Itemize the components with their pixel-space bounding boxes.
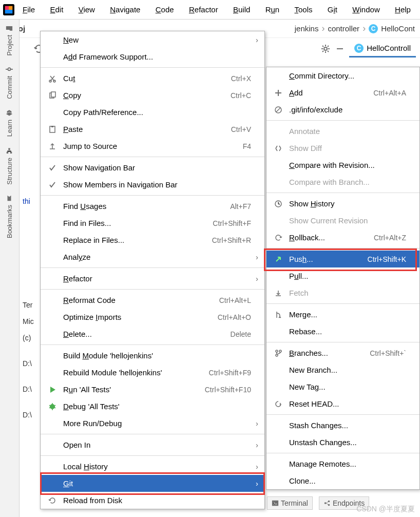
menu-item-manage-remotes[interactable]: Manage Remotes... [266, 455, 419, 472]
menu-item-add-framework-support[interactable]: Add Framework Support... [41, 48, 264, 65]
menu-tools[interactable]: Tools [291, 3, 317, 16]
menu-refactor[interactable]: Refactor [185, 3, 222, 16]
menu-item-shortcut: Ctrl+Shift+F9 [209, 369, 251, 377]
paste-icon [48, 125, 56, 133]
tool-tab-terminal[interactable]: Terminal [267, 496, 313, 510]
menu-item-unstash-changes[interactable]: Unstash Changes... [266, 434, 419, 451]
menu-item-local-history[interactable]: Local History› [41, 458, 264, 475]
tool-tab-learn[interactable]: Learn [4, 104, 15, 142]
menu-item-show-navigation-bar[interactable]: Show Navigation Bar [41, 159, 264, 176]
menu-item-label: Show Current Revision [289, 216, 406, 225]
menu-item-label: Manage Remotes... [289, 459, 406, 468]
menu-item-reset-head[interactable]: Reset HEAD... [266, 395, 419, 412]
breadcrumb-class[interactable]: HelloCont [381, 24, 415, 33]
reset-icon [274, 400, 282, 408]
menu-item-label: More Run/Debug [63, 419, 251, 428]
menu-item-label: Open In [63, 441, 251, 449]
menu-item-stash-changes[interactable]: Stash Changes... [266, 417, 419, 434]
menu-item-debug-all-tests[interactable]: Debug 'All Tests' [41, 398, 264, 415]
gear-icon[interactable] [320, 44, 331, 54]
menu-item-optimize-imports[interactable]: Optimize ImportsCtrl+Alt+O [41, 309, 264, 325]
menu-window[interactable]: Window [348, 3, 384, 16]
menu-item-analyze[interactable]: Analyze› [41, 248, 264, 265]
menu-item-label: Optimize Imports [63, 313, 214, 321]
menu-item-find-usages[interactable]: Find UsagesAlt+F7 [41, 198, 264, 215]
breadcrumb-pkg[interactable]: jenkins [295, 24, 319, 33]
menu-item-replace-in-files[interactable]: Replace in Files...Ctrl+Shift+R [41, 232, 264, 248]
menu-help[interactable]: Help [391, 3, 415, 16]
menu-item-pull[interactable]: Pull... [266, 267, 419, 284]
menu-navigate[interactable]: Navigate [106, 3, 144, 16]
menu-item-delete[interactable]: Delete...Delete [41, 325, 264, 342]
left-tool-strip: Project Commit Learn Structure Bookmarks [0, 20, 20, 517]
menu-item-shortcut: Ctrl+Shift+F [213, 219, 251, 227]
svg-rect-2 [10, 151, 12, 154]
menu-item-new-branch[interactable]: New Branch... [266, 361, 419, 378]
watermark: CSDN @半度夏夏 [356, 505, 415, 514]
menu-item-show-diff: Show Diff [266, 140, 419, 157]
menu-item-refactor[interactable]: Refactor› [41, 270, 264, 287]
menu-item-jump-to-source[interactable]: Jump to SourceF4 [41, 138, 264, 155]
editor-tab[interactable]: C HelloControll [349, 41, 416, 58]
menu-item-label: Add [289, 88, 369, 97]
menu-item-rollback[interactable]: Rollback...Ctrl+Alt+Z [266, 229, 419, 246]
menu-item-commit-directory[interactable]: Commit Directory... [266, 67, 419, 84]
menu-code[interactable]: Code [151, 3, 178, 16]
menu-edit[interactable]: Edit [46, 3, 68, 16]
menu-item-run-all-tests[interactable]: Run 'All Tests'Ctrl+Shift+F10 [41, 381, 264, 398]
menu-item-compare-with-revision[interactable]: Compare with Revision... [266, 157, 419, 174]
svg-point-19 [324, 502, 327, 504]
menu-item-copy-path-reference[interactable]: Copy Path/Reference... [41, 104, 264, 121]
menu-item-label: Reformat Code [63, 296, 215, 304]
menu-item-rebuild-module-hellojenkins[interactable]: Rebuild Module 'hellojenkins'Ctrl+Shift+… [41, 364, 264, 381]
menu-item-new-tag[interactable]: New Tag... [266, 378, 419, 395]
svg-point-20 [328, 501, 330, 503]
menu-item-merge[interactable]: Merge... [266, 306, 419, 323]
menu-item-open-in[interactable]: Open In› [41, 436, 264, 453]
editor-tab-label: HelloControll [367, 44, 411, 52]
menu-item-branches[interactable]: Branches...Ctrl+Shift+` [266, 344, 419, 361]
tool-tab-commit[interactable]: Commit [4, 61, 15, 104]
tool-tab-bookmarks[interactable]: Bookmarks [4, 189, 15, 243]
menu-item-show-history[interactable]: Show History [266, 195, 419, 212]
svg-point-1 [8, 68, 11, 71]
menu-build[interactable]: Build [229, 3, 254, 16]
menu-item-rebase[interactable]: Rebase... [266, 323, 419, 340]
menu-item-build-module-hellojenkins[interactable]: Build Module 'hellojenkins' [41, 347, 264, 364]
menu-run[interactable]: Run [261, 3, 284, 16]
menu-item-more-run-debug[interactable]: More Run/Debug› [41, 415, 264, 432]
menu-item-shortcut: Delete [231, 330, 251, 338]
menu-item-label: Fetch [289, 289, 406, 297]
menu-item-reload-from-disk[interactable]: Reload from Disk [41, 492, 264, 509]
menu-item-git-info-exclude[interactable]: .git/info/exclude [266, 101, 419, 118]
context-menu-git: Commit Directory...AddCtrl+Alt+A.git/inf… [266, 67, 420, 490]
menu-item-find-in-files[interactable]: Find in Files...Ctrl+Shift+F [41, 215, 264, 232]
minimize-icon[interactable] [335, 44, 345, 54]
menu-item-label: New Branch... [289, 366, 406, 374]
menu-item-add[interactable]: AddCtrl+Alt+A [266, 84, 419, 101]
fetch-icon [274, 289, 282, 297]
branch-icon [274, 349, 282, 357]
menu-item-label: Reload from Disk [63, 496, 251, 505]
menu-item-paste[interactable]: PasteCtrl+V [41, 121, 264, 138]
menu-item-shortcut: F4 [243, 142, 251, 150]
menu-item-label: Show Navigation Bar [63, 163, 251, 172]
menu-item-reformat-code[interactable]: Reformat CodeCtrl+Alt+L [41, 292, 264, 309]
tool-tab-structure[interactable]: Structure [4, 142, 15, 190]
menu-item-push[interactable]: Push...Ctrl+Shift+K [266, 251, 419, 267]
menu-item-copy[interactable]: CopyCtrl+C [41, 87, 264, 104]
menu-view[interactable]: View [74, 3, 99, 16]
menu-item-show-members-in-navigation-bar[interactable]: Show Members in Navigation Bar [41, 176, 264, 193]
breadcrumb-sub[interactable]: controller [328, 24, 359, 33]
menu-item-new[interactable]: New› [41, 31, 264, 48]
menu-item-cut[interactable]: CutCtrl+X [41, 70, 264, 87]
menu-item-label: Rebase... [289, 327, 406, 336]
menu-file[interactable]: File [18, 3, 39, 16]
menu-git[interactable]: Git [323, 3, 341, 16]
menu-item-clone[interactable]: Clone... [266, 472, 419, 489]
menu-item-label: Copy Path/Reference... [63, 108, 251, 117]
tool-tab-project[interactable]: Project [4, 20, 15, 61]
exclude-icon [274, 106, 282, 114]
plus-icon [274, 89, 282, 97]
menu-item-git[interactable]: Git› [41, 475, 264, 492]
